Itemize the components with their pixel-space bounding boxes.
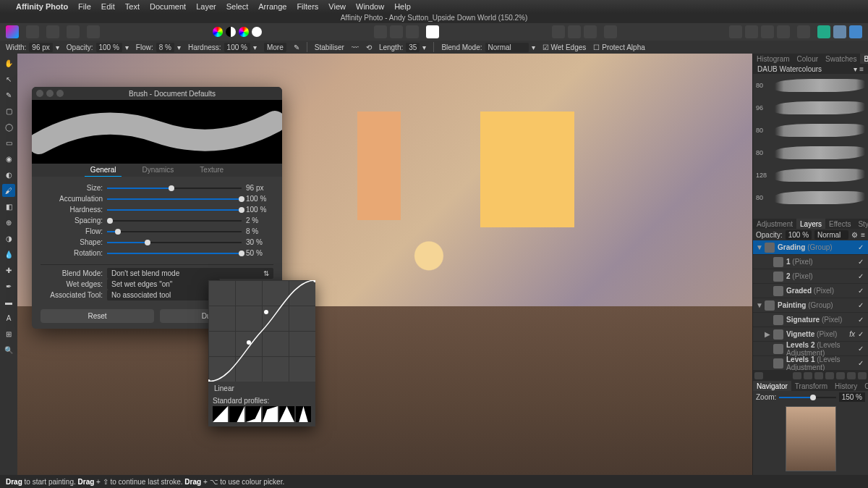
slider-track[interactable] [107,198,242,200]
stabiliser-mode-icon[interactable]: 〰 [352,43,359,51]
slider-value[interactable]: 100 % [246,195,273,203]
shape-tool-icon[interactable]: ▬ [2,295,15,308]
refine-icon[interactable] [833,25,846,38]
delete-layer-icon[interactable] [858,372,867,379]
layer-row[interactable]: ▶Vignette (Pixel)fx✓ [753,327,868,342]
layer-visible-checkbox[interactable]: ✓ [858,243,865,251]
tab-general[interactable]: General [85,164,122,177]
chevron-down-icon[interactable]: ▾ [422,43,426,51]
disclosure-icon[interactable]: ▼ [756,243,762,251]
brush-list[interactable]: 80 96 80 80 128 80 [753,74,868,219]
zoom-slider[interactable] [810,395,816,400]
tab-swatches[interactable]: Swatches [822,54,860,64]
brush-item[interactable]: 128 [753,164,868,186]
tab-effects[interactable]: Effects [825,219,854,229]
layer-row[interactable]: ▼Painting (Group)✓ [753,298,868,313]
tab-adjustment[interactable]: Adjustment [753,219,796,229]
erase-tool-icon[interactable]: ◧ [2,200,15,213]
width-value[interactable]: 96 px [29,43,52,52]
mesh-tool-icon[interactable]: ⊞ [2,327,15,340]
tab-histogram[interactable]: Histogram [753,54,793,64]
paint-brush-tool-icon[interactable]: 🖌 [2,184,15,197]
slider-track[interactable] [107,188,242,189]
align-guides-icon[interactable] [568,25,581,38]
selection-icon[interactable] [849,25,862,38]
maximize-icon[interactable] [56,90,64,97]
move-back-icon[interactable] [729,25,742,38]
profile-linear[interactable] [213,406,228,422]
curve-editor[interactable] [208,280,315,382]
blendmode-select[interactable]: Normal [485,43,529,52]
length-value[interactable]: 35 [406,43,420,52]
curve-type-label[interactable]: Linear [208,382,315,395]
text-tool-icon[interactable]: A [2,311,15,324]
healing-tool-icon[interactable]: ✚ [2,264,15,277]
layer-row[interactable]: Levels 2 (Levels Adjustment)✓ [753,342,868,356]
tab-dynamics[interactable]: Dynamics [136,164,179,177]
wetedges-checkbox[interactable]: ☑Wet Edges [542,43,587,51]
selection-brush-tool-icon[interactable]: ◯ [2,120,15,133]
menu-document[interactable]: Document [150,2,186,11]
menu-view[interactable]: View [328,2,346,11]
mask-icon[interactable] [793,372,801,379]
layer-visible-checkbox[interactable]: ✓ [858,345,865,353]
fx-badge[interactable]: fx [849,330,855,338]
layer-row[interactable]: ▼Grading (Group)✓ [753,240,868,255]
tab-channels[interactable]: Channels [861,381,868,391]
slider-track[interactable] [107,242,242,243]
blendmode-select[interactable]: Don't set blend mode⇅ [107,268,273,279]
snap-margins-icon[interactable] [406,25,419,38]
crop-tool-icon[interactable]: ▢ [2,104,15,117]
move-front-icon[interactable] [745,25,758,38]
close-icon[interactable] [36,90,43,97]
gradient-tool-icon[interactable]: ◐ [2,168,15,181]
bw-icon[interactable] [226,27,236,37]
layer-visible-checkbox[interactable]: ✓ [858,330,865,338]
slider-value[interactable]: 50 % [246,249,273,257]
more-button[interactable]: More [264,43,286,52]
slider-value[interactable]: 30 % [246,238,273,246]
clone-tool-icon[interactable]: ⊕ [2,216,15,229]
group-icon[interactable] [761,25,774,38]
dodge-tool-icon[interactable]: ◑ [2,232,15,245]
profile-narrow[interactable] [296,406,311,422]
menu-edit[interactable]: Edit [101,2,115,11]
protectalpha-checkbox[interactable]: ☐Protect Alpha [593,43,644,51]
hamburger-icon[interactable]: ≡ [861,231,865,239]
fx-icon[interactable] [814,372,823,379]
rgb-icon[interactable] [239,27,249,37]
flood-tool-icon[interactable]: ◉ [2,152,15,165]
wheel-icon[interactable] [213,27,223,37]
tab-styles[interactable]: Styles [854,219,868,229]
menu-file[interactable]: File [78,2,91,11]
stabiliser-rope-icon[interactable]: ⟲ [366,43,372,51]
minimize-icon[interactable] [46,90,54,97]
slider-track[interactable] [107,209,242,211]
layer-visible-checkbox[interactable]: ✓ [858,272,865,280]
layer-list[interactable]: ▼Grading (Group)✓1 (Pixel)✓2 (Pixel)✓Gra… [753,240,868,371]
tab-texture[interactable]: Texture [194,164,229,177]
app-logo-icon[interactable] [6,25,19,38]
hand-tool-icon[interactable]: ✋ [2,56,15,70]
snap-grid-icon[interactable] [374,25,387,38]
marquee-tool-icon[interactable]: ▭ [2,136,15,149]
menu-layer[interactable]: Layer [196,2,216,11]
menu-select[interactable]: Select [226,2,249,11]
layer-row[interactable]: 2 (Pixel)✓ [753,269,868,284]
pen-tool-icon[interactable]: ✒ [2,279,15,293]
zoom-tool-icon[interactable]: 🔍 [2,343,15,356]
layer-visible-checkbox[interactable]: ✓ [858,258,865,266]
add-layer-icon[interactable] [847,372,856,379]
layer-row[interactable]: 1 (Pixel)✓ [753,255,868,269]
flow-value[interactable]: 8 % [156,43,174,52]
arrange-icon[interactable] [584,25,597,38]
tab-brushes[interactable]: Brushes [860,54,868,64]
slider-value[interactable]: 8 % [246,227,273,235]
brush-settings-icon[interactable]: ✎ [294,43,299,51]
layer-opacity-value[interactable]: 100 % [786,230,812,240]
profile-easeout[interactable] [263,406,278,422]
opacity-value[interactable]: 100 % [96,43,122,52]
swatch-icon[interactable] [426,25,439,38]
layer-blend-select[interactable]: Normal [814,230,848,240]
menu-text[interactable]: Text [125,2,140,11]
